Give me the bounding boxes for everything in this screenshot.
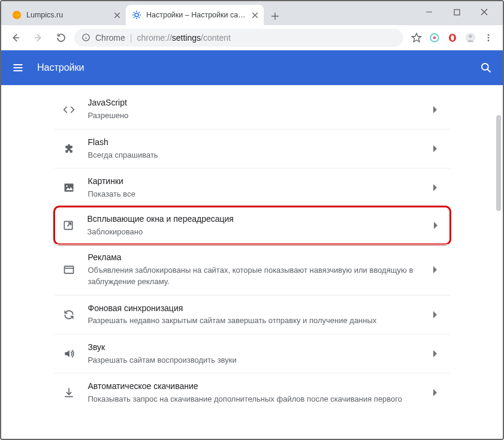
settings-favicon-icon [132, 10, 141, 20]
row-flash[interactable]: Flash Всегда спрашивать [55, 129, 450, 168]
extension-icons [407, 32, 498, 44]
window-controls [415, 4, 498, 20]
new-tab-button[interactable] [266, 7, 284, 25]
tab-close-icon[interactable] [114, 13, 120, 18]
row-title: Звук [88, 342, 432, 354]
window-icon [57, 264, 81, 276]
svg-marker-45 [433, 184, 437, 191]
row-title: Flash [88, 137, 432, 149]
row-subtitle: Разрешать недавно закрытым сайтам заверш… [88, 315, 432, 327]
svg-marker-51 [433, 311, 437, 318]
browser-menu-icon[interactable] [482, 32, 494, 44]
vertical-scrollbar[interactable] [496, 91, 501, 432]
svg-marker-50 [433, 266, 437, 273]
chevron-right-icon [432, 183, 438, 192]
svg-point-38 [482, 64, 488, 70]
profile-avatar-icon[interactable] [464, 32, 476, 44]
row-sound[interactable]: Звук Разрешать сайтам воспроизводить зву… [55, 334, 450, 373]
chrome-label: Chrome [95, 33, 125, 43]
row-subtitle: Разрешать сайтам воспроизводить звуки [88, 354, 432, 366]
svg-marker-55 [433, 389, 437, 396]
tab-close-icon[interactable] [252, 13, 258, 18]
row-javascript[interactable]: JavaScript Разрешено [55, 90, 450, 129]
svg-point-32 [488, 34, 490, 36]
settings-header: Настройки [1, 50, 503, 85]
reload-button[interactable] [52, 28, 71, 47]
svg-line-12 [134, 12, 135, 13]
svg-line-13 [139, 17, 140, 19]
chevron-right-icon [432, 106, 438, 114]
omnibox-separator: | [130, 33, 132, 43]
url-text: chrome://settings/content [137, 33, 230, 43]
sound-icon [57, 348, 81, 360]
tab-lumpics[interactable]: Lumpics.ru [6, 5, 126, 25]
row-subtitle: Показать все [88, 188, 432, 200]
hamburger-menu-icon[interactable] [12, 62, 24, 74]
row-subtitle: Всегда спрашивать [88, 149, 432, 161]
row-subtitle: Показывать запрос на скачивание дополнит… [88, 393, 432, 405]
close-window-button[interactable] [470, 4, 498, 20]
row-images[interactable]: Картинки Показать все [55, 168, 450, 207]
svg-point-29 [451, 35, 454, 40]
extension-opera-icon[interactable] [446, 32, 458, 44]
code-icon [57, 104, 81, 116]
maximize-button[interactable] [443, 4, 470, 20]
svg-marker-52 [433, 350, 437, 357]
svg-line-14 [134, 17, 135, 19]
svg-marker-25 [412, 33, 421, 41]
forward-button[interactable] [29, 28, 48, 47]
open-in-new-icon [56, 219, 80, 231]
svg-point-33 [488, 37, 490, 38]
settings-search-icon[interactable] [480, 62, 492, 74]
row-popups-highlighted[interactable]: Всплывающие окна и переадресация Заблоки… [53, 206, 451, 245]
sync-icon [57, 309, 81, 321]
chrome-info-icon [82, 33, 90, 42]
lumpics-favicon-icon [12, 10, 22, 20]
row-subtitle: Объявления заблокированы на сайтах, кото… [88, 264, 432, 288]
row-ads[interactable]: Реклама Объявления заблокированы на сайт… [55, 244, 450, 295]
row-subtitle: Заблокировано [87, 226, 433, 238]
chevron-right-icon [432, 388, 438, 397]
svg-point-34 [488, 40, 490, 41]
tab-title: Настройки – Настройки сайта [146, 11, 248, 19]
content-settings-list: JavaScript Разрешено Flash Всегда спраши… [55, 90, 450, 439]
puzzle-icon [57, 143, 81, 155]
svg-marker-47 [434, 222, 437, 229]
page-title: Настройки [37, 62, 84, 73]
scrollbar-thumb[interactable] [496, 115, 501, 211]
chevron-right-icon [432, 144, 438, 153]
image-icon [57, 182, 81, 194]
omnibox[interactable]: Chrome | chrome://settings/content [74, 29, 403, 47]
address-bar: Chrome | chrome://settings/content [1, 25, 503, 50]
svg-line-15 [139, 12, 140, 13]
chevron-right-icon [433, 221, 439, 230]
svg-rect-48 [64, 266, 73, 273]
settings-content: JavaScript Разрешено Flash Всегда спраши… [1, 85, 503, 439]
chevron-right-icon [432, 311, 438, 319]
svg-point-31 [469, 34, 472, 37]
svg-point-44 [66, 185, 68, 187]
tab-title: Lumpics.ru [26, 11, 110, 19]
back-button[interactable] [6, 28, 25, 47]
row-subtitle: Разрешено [88, 110, 432, 122]
row-title: Всплывающие окна и переадресация [87, 213, 433, 225]
tab-settings[interactable]: Настройки – Настройки сайта [126, 5, 264, 25]
svg-rect-42 [64, 183, 73, 191]
row-background-sync[interactable]: Фоновая синхронизация Разрешать недавно … [55, 295, 450, 334]
row-title: Картинки [88, 176, 432, 188]
extension-yandex-icon[interactable] [428, 32, 440, 44]
chevron-right-icon [432, 266, 438, 274]
svg-marker-40 [433, 106, 437, 113]
download-icon [57, 387, 81, 399]
chevron-right-icon [432, 349, 438, 358]
row-title: Реклама [88, 252, 432, 264]
svg-rect-1 [454, 10, 460, 15]
star-bookmark-icon[interactable] [411, 32, 422, 44]
row-title: Автоматическое скачивание [88, 381, 432, 393]
row-title: JavaScript [88, 97, 432, 109]
row-auto-download[interactable]: Автоматическое скачивание Показывать зап… [55, 373, 450, 412]
svg-point-7 [135, 13, 138, 17]
minimize-button[interactable] [415, 4, 443, 20]
svg-point-27 [433, 36, 436, 39]
svg-line-39 [488, 70, 491, 73]
